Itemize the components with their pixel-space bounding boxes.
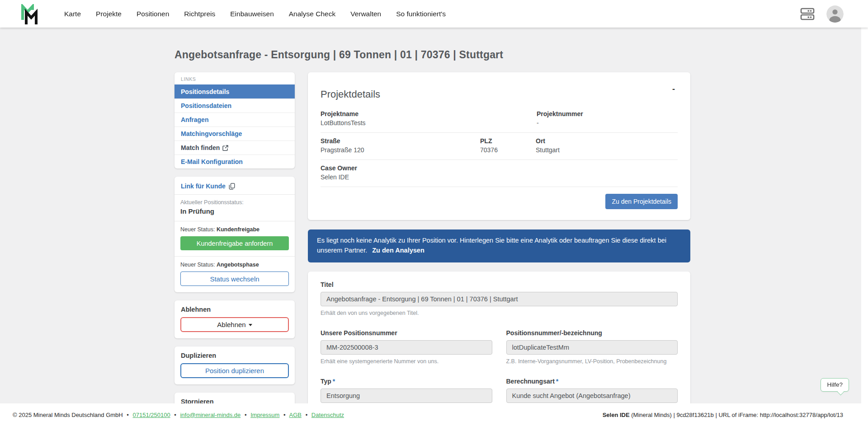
top-navbar: Karte Projekte Positionen Richtpreis Ein…: [0, 0, 868, 28]
sidebar-item-matchingvorschlaege[interactable]: Matchingvorschläge: [175, 126, 295, 140]
footer-phone-link[interactable]: 07151/250100: [133, 412, 170, 418]
typ-label: Typ*: [321, 378, 492, 385]
banner-text: Es liegt noch keine Analytik zu Ihrer Po…: [317, 237, 666, 254]
copy-icon: [229, 183, 235, 190]
links-section-header: LINKS: [175, 72, 295, 84]
nav-item-positionen[interactable]: Positionen: [137, 10, 169, 18]
divider: [175, 194, 295, 195]
new-status-2-label: Neuer Status: Angebotsphase: [180, 262, 289, 268]
case-owner-label: Case Owner: [321, 164, 537, 172]
unsere-positionsnummer-field: Unsere Positionsnummer Erhält eine syste…: [321, 329, 492, 365]
nav-item-verwalten[interactable]: Verwalten: [350, 10, 381, 18]
unsere-positionsnummer-input[interactable]: [321, 340, 492, 355]
reject-dropdown-button[interactable]: Ablehnen: [180, 317, 289, 332]
footer-email-link[interactable]: info@mineral-minds.de: [180, 412, 241, 418]
case-owner-value: Selen IDE: [321, 173, 537, 181]
unsere-positionsnummer-help: Erhält eine systemgenerierte Nummer von …: [321, 358, 492, 365]
analytics-info-banner: Es liegt noch keine Analytik zu Ihrer Po…: [308, 229, 690, 262]
footer-user: Selen IDE: [603, 412, 630, 418]
projektname-label: Projektname: [321, 110, 537, 117]
strasse-label: Straße: [321, 137, 480, 145]
navbar-right: [800, 5, 844, 23]
external-link-icon: [222, 145, 228, 151]
positionsnummer-input[interactable]: [506, 340, 678, 355]
server-icon[interactable]: [800, 7, 815, 21]
go-to-project-details-button[interactable]: Zu den Projektdetails: [605, 194, 678, 209]
footer-session-details: (Mineral Minds) | 9cd28f13621b | URL of …: [630, 412, 843, 418]
help-button[interactable]: Hilfe?: [821, 378, 849, 392]
position-form-card: Titel Erhält den von uns vorgegebenen Ti…: [308, 272, 690, 426]
projektname-value: LotButtonsTests: [321, 119, 537, 126]
duplicate-title: Duplizieren: [181, 352, 288, 359]
reject-card: Ablehnen Ablehnen: [175, 300, 295, 338]
scrollbar-track[interactable]: [861, 0, 868, 426]
footer-copyright: © 2025 Mineral Minds Deutschland GmbH: [13, 412, 123, 418]
positionsnummer-label: Positionsnummer/-bezeichnung: [506, 329, 678, 337]
user-avatar-icon[interactable]: [826, 5, 844, 23]
required-asterisk: *: [333, 378, 335, 385]
positionsnummer-help: Z.B. Interne-Vorgangsnummer, LV-Position…: [506, 358, 678, 365]
mineral-minds-logo-icon: [20, 4, 39, 25]
page-title: Angebotsanfrage - Entsorgung | 69 Tonnen…: [175, 49, 868, 61]
project-details-card: Projektdetails - Projektname LotButtonsT…: [308, 72, 690, 220]
ort-value: Stuttgart: [536, 146, 678, 154]
strasse-value: Pragstraße 120: [321, 146, 480, 154]
switch-status-button[interactable]: Status wechseln: [180, 272, 289, 286]
nav-item-einbauweisen[interactable]: Einbauweisen: [230, 10, 274, 18]
divider: [175, 256, 295, 257]
nav-item-so-funktionierts[interactable]: So funktioniert's: [396, 10, 446, 18]
nav-menu: Karte Projekte Positionen Richtpreis Ein…: [64, 10, 446, 18]
nav-item-richtpreis[interactable]: Richtpreis: [184, 10, 215, 18]
plz-label: PLZ: [480, 137, 536, 145]
typ-input[interactable]: [321, 389, 492, 403]
main-area: Angebotsanfrage - Entsorgung | 69 Tonnen…: [0, 28, 868, 426]
projektnummer-label: Projektnummer: [537, 110, 678, 117]
project-details-actions: Zu den Projektdetails: [321, 187, 678, 212]
duplicate-card: Duplizieren Position duplizieren: [175, 346, 295, 384]
sidebar-item-positionsdateien[interactable]: Positionsdateien: [175, 98, 295, 112]
status-card: Link für Kunde Aktueller Positionsstatus…: [175, 177, 295, 292]
duplicate-position-button[interactable]: Position duplizieren: [180, 363, 289, 378]
footer-agb-link[interactable]: AGB: [289, 412, 302, 418]
sidebar-item-email-konfiguration[interactable]: E-Mail Konfiguration: [175, 154, 295, 169]
server-icon-glyph: [800, 7, 815, 21]
unsere-positionsnummer-label: Unsere Positionsnummer: [321, 329, 492, 337]
nav-item-analyse-check[interactable]: Analyse Check: [289, 10, 335, 18]
mineral-minds-logo[interactable]: [20, 4, 39, 25]
required-asterisk: *: [556, 378, 558, 385]
ort-label: Ort: [536, 137, 678, 145]
titel-label: Titel: [321, 281, 678, 288]
titel-help: Erhält den von uns vorgegebenen Titel.: [321, 310, 678, 316]
titel-field: Titel Erhält den von uns vorgegebenen Ti…: [321, 281, 678, 316]
reject-title: Ablehnen: [181, 306, 288, 313]
user-avatar-glyph: [826, 5, 844, 23]
form-row: Unsere Positionsnummer Erhält eine syste…: [321, 329, 678, 365]
titel-input[interactable]: [321, 292, 678, 306]
footer-impressum-link[interactable]: Impressum: [250, 412, 279, 418]
customer-link[interactable]: Link für Kunde: [180, 181, 289, 194]
project-details-row: Projektname LotButtonsTests Projektnumme…: [321, 110, 678, 133]
nav-item-projekte[interactable]: Projekte: [96, 10, 122, 18]
sidebar-item-match-finden[interactable]: Match finden: [175, 140, 295, 154]
positionsnummer-field: Positionsnummer/-bezeichnung Z.B. Intern…: [506, 329, 678, 365]
project-details-row: Case Owner Selen IDE: [321, 160, 678, 187]
berechnungsart-input[interactable]: [506, 389, 678, 403]
sidebar-item-positionsdetails[interactable]: Positionsdetails: [175, 84, 295, 98]
plz-value: 70376: [480, 146, 536, 154]
footer-left: © 2025 Mineral Minds Deutschland GmbH • …: [13, 412, 344, 418]
current-status-value: In Prüfung: [180, 207, 289, 215]
footer-session-info: Selen IDE (Mineral Minds) | 9cd28f13621b…: [603, 412, 843, 418]
project-details-row: Straße Pragstraße 120 PLZ 70376 Ort Stut…: [321, 133, 678, 160]
go-to-analyses-link[interactable]: Zu den Analysen: [372, 247, 424, 254]
current-status-label: Aktueller Positionsstatus:: [180, 199, 289, 206]
berechnungsart-label: Berechnungsart*: [506, 378, 678, 385]
project-details-title: Projektdetails: [321, 89, 678, 100]
projektnummer-value: -: [537, 119, 678, 126]
request-customer-approval-button[interactable]: Kundenfreigabe anfordern: [180, 236, 289, 250]
footer-datenschutz-link[interactable]: Datenschutz: [311, 412, 344, 418]
sidebar-item-anfragen[interactable]: Anfragen: [175, 112, 295, 126]
sidebar: LINKS Positionsdetails Positionsdateien …: [175, 72, 295, 426]
collapse-minus-icon[interactable]: -: [670, 84, 678, 94]
nav-item-karte[interactable]: Karte: [64, 10, 81, 18]
new-status-1-label: Neuer Status: Kundenfreigabe: [180, 226, 289, 233]
